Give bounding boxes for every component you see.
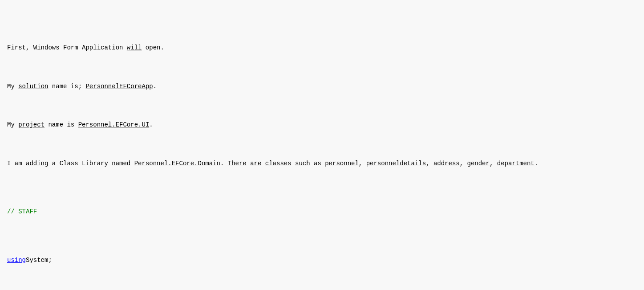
line-1: First, Windows Form Application will ope… [7,43,637,53]
code-editor: First, Windows Form Application will ope… [7,4,637,290]
line-3: My project name is Personnel.EFCore.UI. [7,120,637,130]
line-2: My solution name is; PersonnelEFCoreApp. [7,82,637,92]
line-5-comment: // STAFF [7,207,637,217]
line-6-using: usingSystem; [7,256,637,265]
line-4: I am adding a Class Library named Person… [7,159,637,169]
